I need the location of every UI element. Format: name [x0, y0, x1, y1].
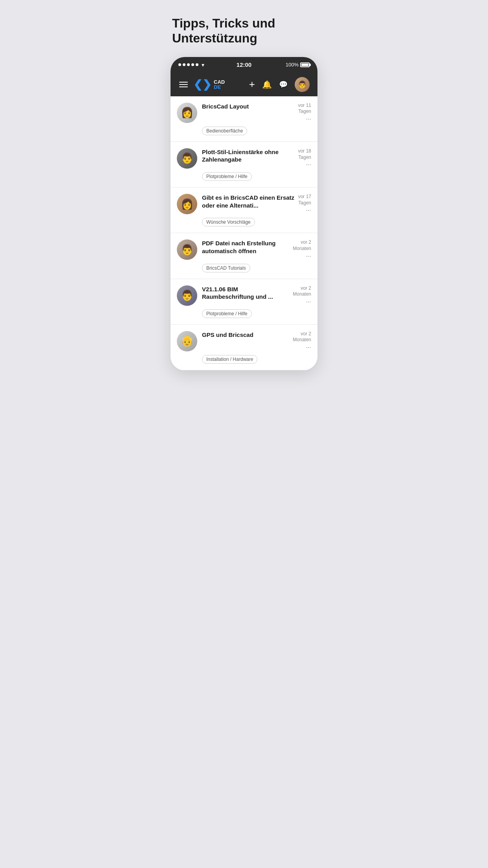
signal-dot-3 [187, 63, 190, 66]
post-header: BricsCad Layout vor 11 Tagen ··· [202, 103, 311, 123]
page-title: Tipps, Tricks und Unterstützung [171, 16, 317, 46]
battery-area: 100% [286, 62, 310, 68]
signal-dot-2 [183, 63, 185, 66]
phone-frame: ▾ 12:00 100% ❮❯ CAD DE [171, 57, 317, 370]
signal-dot-4 [191, 63, 194, 66]
post-body: V21.1.06 BIM Raumbeschriftung und ... vo… [202, 285, 311, 318]
post-time2: Tagen [298, 200, 311, 206]
post-title: V21.1.06 BIM Raumbeschriftung und ... [202, 285, 290, 301]
status-bar: ▾ 12:00 100% [171, 57, 317, 73]
post-title: PDF Datei nach Erstellung automatisch öf… [202, 239, 290, 255]
post-meta: vor 18 Tagen ··· [298, 148, 311, 168]
post-avatar: 👨 [177, 239, 197, 260]
post-options-icon[interactable]: ··· [298, 161, 311, 168]
post-tag[interactable]: Installation / Hardware [202, 355, 257, 364]
post-item[interactable]: 👨 Plott-Stil-Linienstärke ohne Zahlenang… [171, 142, 317, 188]
post-body: Gibt es in BricsCAD einen Ersatz oder ei… [202, 194, 311, 226]
logo: ❮❯ CAD DE [193, 78, 225, 91]
post-tag[interactable]: Plotprobleme / Hilfe [202, 309, 252, 318]
logo-de-text: DE [214, 85, 225, 90]
nav-bar: ❮❯ CAD DE + 🔔 💬 👨 [171, 73, 317, 96]
post-avatar: 👩 [177, 103, 197, 123]
post-time2: Tagen [298, 154, 311, 161]
post-body: PDF Datei nach Erstellung automatisch öf… [202, 239, 311, 272]
avatar-face-2: 👨 [177, 148, 197, 169]
post-body: Plott-Stil-Linienstärke ohne Zahlenangab… [202, 148, 311, 181]
post-options-icon[interactable]: ··· [293, 253, 311, 260]
post-time2: Tagen [298, 108, 311, 115]
add-button[interactable]: + [249, 78, 255, 90]
avatar-face-1: 👩 [177, 103, 197, 123]
post-title: GPS und Bricscad [202, 331, 290, 339]
post-tag[interactable]: Wünsche Vorschläge [202, 218, 255, 226]
hamburger-menu-icon[interactable] [178, 81, 189, 88]
post-meta: vor 17 Tagen ··· [298, 194, 311, 214]
nav-icons: + 🔔 💬 👨 [249, 77, 310, 92]
post-meta: vor 2 Monaten ··· [293, 285, 311, 305]
post-meta: vor 2 Monaten ··· [293, 331, 311, 351]
page-wrapper: Tipps, Tricks und Unterstützung ▾ 12:00 … [163, 0, 325, 386]
battery-icon [300, 63, 310, 67]
post-header: PDF Datei nach Erstellung automatisch öf… [202, 239, 311, 259]
avatar-face-4: 👨 [177, 239, 197, 260]
status-time: 12:00 [237, 61, 251, 68]
battery-fill [301, 64, 308, 66]
bell-icon[interactable]: 🔔 [262, 80, 272, 89]
post-item[interactable]: 👩 BricsCad Layout vor 11 Tagen ··· Bedie… [171, 96, 317, 142]
post-avatar: 👩 [177, 194, 197, 214]
post-tag[interactable]: BricsCAD Tutorials [202, 264, 250, 272]
post-title: BricsCad Layout [202, 103, 295, 110]
user-avatar-emoji: 👨 [298, 80, 306, 89]
post-time: vor 2 [293, 331, 311, 337]
post-time2: Monaten [293, 291, 311, 298]
avatar-face-5: 👨 [177, 285, 197, 306]
logo-text: CAD [214, 79, 225, 85]
post-avatar: 👨 [177, 285, 197, 306]
hamburger-line-3 [179, 86, 188, 87]
post-options-icon[interactable]: ··· [293, 298, 311, 305]
post-options-icon[interactable]: ··· [298, 116, 311, 123]
post-time2: Monaten [293, 246, 311, 252]
post-header: Plott-Stil-Linienstärke ohne Zahlenangab… [202, 148, 311, 168]
post-title: Gibt es in BricsCAD einen Ersatz oder ei… [202, 194, 295, 209]
post-options-icon[interactable]: ··· [293, 344, 311, 351]
post-list: 👩 BricsCad Layout vor 11 Tagen ··· Bedie… [171, 96, 317, 370]
user-avatar-nav[interactable]: 👨 [295, 77, 310, 92]
avatar-face-3: 👩 [177, 194, 197, 214]
post-meta: vor 11 Tagen ··· [298, 103, 311, 123]
hamburger-line-1 [179, 82, 188, 83]
signal-dot-5 [196, 63, 198, 66]
post-body: GPS und Bricscad vor 2 Monaten ··· Insta… [202, 331, 311, 364]
post-time2: Monaten [293, 337, 311, 343]
post-time: vor 2 [293, 239, 311, 246]
signal-dot-1 [178, 63, 181, 66]
post-time: vor 18 [298, 148, 311, 154]
post-time: vor 2 [293, 285, 311, 292]
hamburger-line-2 [179, 84, 188, 85]
avatar-face-6: 👴 [177, 331, 197, 351]
signal-area: ▾ [178, 62, 204, 68]
post-header: V21.1.06 BIM Raumbeschriftung und ... vo… [202, 285, 311, 305]
post-avatar: 👴 [177, 331, 197, 351]
chat-icon[interactable]: 💬 [279, 80, 288, 89]
post-avatar: 👨 [177, 148, 197, 169]
post-time: vor 11 [298, 103, 311, 109]
post-tag[interactable]: Bedienoberfläche [202, 127, 247, 135]
post-item[interactable]: 👨 PDF Datei nach Erstellung automatisch … [171, 233, 317, 279]
post-header: GPS und Bricscad vor 2 Monaten ··· [202, 331, 311, 351]
post-time: vor 17 [298, 194, 311, 200]
post-meta: vor 2 Monaten ··· [293, 239, 311, 259]
logo-arrows-icon: ❮❯ [193, 78, 211, 91]
post-title: Plott-Stil-Linienstärke ohne Zahlenangab… [202, 148, 295, 164]
post-item[interactable]: 👴 GPS und Bricscad vor 2 Monaten ··· Ins… [171, 325, 317, 370]
post-tag[interactable]: Plotprobleme / Hilfe [202, 172, 252, 181]
post-item[interactable]: 👨 V21.1.06 BIM Raumbeschriftung und ... … [171, 279, 317, 325]
battery-percentage: 100% [286, 62, 299, 68]
wifi-icon: ▾ [202, 62, 204, 68]
post-item[interactable]: 👩 Gibt es in BricsCAD einen Ersatz oder … [171, 188, 317, 233]
post-header: Gibt es in BricsCAD einen Ersatz oder ei… [202, 194, 311, 214]
post-options-icon[interactable]: ··· [298, 207, 311, 214]
post-body: BricsCad Layout vor 11 Tagen ··· Bedieno… [202, 103, 311, 135]
